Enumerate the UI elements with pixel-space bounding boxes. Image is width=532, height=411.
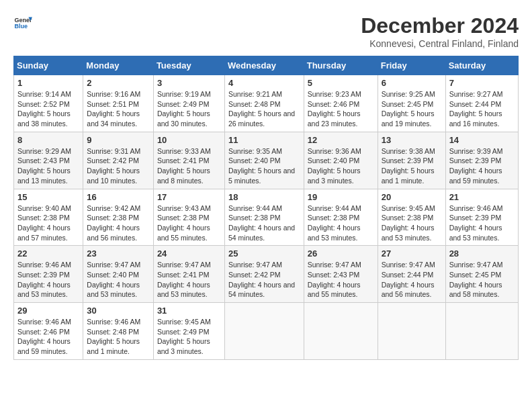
day-info: Sunrise: 9:42 AM Sunset: 2:38 PM Dayligh… bbox=[87, 203, 150, 243]
day-cell: 5 Sunrise: 9:23 AM Sunset: 2:46 PM Dayli… bbox=[304, 75, 378, 132]
day-info: Sunrise: 9:27 AM Sunset: 2:44 PM Dayligh… bbox=[449, 89, 515, 129]
day-info: Sunrise: 9:33 AM Sunset: 2:41 PM Dayligh… bbox=[157, 146, 221, 186]
day-number: 26 bbox=[308, 248, 374, 259]
week-row-2: 8 Sunrise: 9:29 AM Sunset: 2:43 PM Dayli… bbox=[14, 132, 519, 189]
day-info: Sunrise: 9:14 AM Sunset: 2:52 PM Dayligh… bbox=[17, 89, 79, 129]
calendar-body: 1 Sunrise: 9:14 AM Sunset: 2:52 PM Dayli… bbox=[14, 75, 519, 360]
day-info: Sunrise: 9:46 AM Sunset: 2:48 PM Dayligh… bbox=[87, 317, 150, 357]
day-info: Sunrise: 9:44 AM Sunset: 2:38 PM Dayligh… bbox=[228, 203, 300, 243]
week-row-1: 1 Sunrise: 9:14 AM Sunset: 2:52 PM Dayli… bbox=[14, 75, 519, 132]
day-cell: 7 Sunrise: 9:27 AM Sunset: 2:44 PM Dayli… bbox=[445, 75, 518, 132]
day-number: 10 bbox=[157, 135, 221, 145]
day-cell: 4 Sunrise: 9:21 AM Sunset: 2:48 PM Dayli… bbox=[224, 75, 304, 132]
calendar-table: SundayMondayTuesdayWednesdayThursdayFrid… bbox=[13, 56, 519, 360]
day-cell: 26 Sunrise: 9:47 AM Sunset: 2:43 PM Dayl… bbox=[304, 246, 378, 303]
day-number: 7 bbox=[449, 78, 515, 88]
day-info: Sunrise: 9:16 AM Sunset: 2:51 PM Dayligh… bbox=[87, 89, 150, 129]
day-number: 25 bbox=[228, 248, 300, 259]
day-info: Sunrise: 9:23 AM Sunset: 2:46 PM Dayligh… bbox=[308, 89, 374, 129]
week-row-5: 29 Sunrise: 9:46 AM Sunset: 2:46 PM Dayl… bbox=[14, 303, 519, 360]
day-number: 20 bbox=[382, 192, 442, 202]
week-row-4: 22 Sunrise: 9:46 AM Sunset: 2:39 PM Dayl… bbox=[14, 246, 519, 303]
day-cell: 25 Sunrise: 9:47 AM Sunset: 2:42 PM Dayl… bbox=[224, 246, 304, 303]
day-cell bbox=[445, 303, 518, 360]
day-number: 21 bbox=[449, 192, 515, 202]
day-cell: 17 Sunrise: 9:43 AM Sunset: 2:38 PM Dayl… bbox=[153, 189, 224, 246]
day-info: Sunrise: 9:25 AM Sunset: 2:45 PM Dayligh… bbox=[382, 89, 442, 129]
day-cell: 21 Sunrise: 9:46 AM Sunset: 2:39 PM Dayl… bbox=[445, 189, 518, 246]
day-number: 16 bbox=[87, 192, 150, 202]
day-header-wednesday: Wednesday bbox=[224, 56, 304, 75]
day-info: Sunrise: 9:19 AM Sunset: 2:49 PM Dayligh… bbox=[157, 89, 221, 129]
page-subtitle: Konnevesi, Central Finland, Finland bbox=[361, 38, 519, 49]
week-row-3: 15 Sunrise: 9:40 AM Sunset: 2:38 PM Dayl… bbox=[14, 189, 519, 246]
day-number: 14 bbox=[449, 135, 515, 145]
day-number: 18 bbox=[228, 192, 300, 202]
day-cell: 1 Sunrise: 9:14 AM Sunset: 2:52 PM Dayli… bbox=[14, 75, 83, 132]
day-info: Sunrise: 9:43 AM Sunset: 2:38 PM Dayligh… bbox=[157, 203, 221, 243]
day-cell: 9 Sunrise: 9:31 AM Sunset: 2:42 PM Dayli… bbox=[83, 132, 154, 189]
day-info: Sunrise: 9:46 AM Sunset: 2:39 PM Dayligh… bbox=[17, 260, 79, 300]
day-header-friday: Friday bbox=[378, 56, 445, 75]
day-header-tuesday: Tuesday bbox=[153, 56, 224, 75]
day-number: 6 bbox=[382, 78, 442, 88]
day-info: Sunrise: 9:44 AM Sunset: 2:38 PM Dayligh… bbox=[308, 203, 374, 243]
day-info: Sunrise: 9:47 AM Sunset: 2:44 PM Dayligh… bbox=[382, 260, 442, 300]
day-cell: 22 Sunrise: 9:46 AM Sunset: 2:39 PM Dayl… bbox=[14, 246, 83, 303]
day-cell: 6 Sunrise: 9:25 AM Sunset: 2:45 PM Dayli… bbox=[378, 75, 445, 132]
logo: General Blue bbox=[13, 13, 32, 32]
day-cell: 29 Sunrise: 9:46 AM Sunset: 2:46 PM Dayl… bbox=[14, 303, 83, 360]
svg-text:Blue: Blue bbox=[14, 23, 28, 30]
day-number: 15 bbox=[17, 192, 79, 202]
day-cell: 14 Sunrise: 9:39 AM Sunset: 2:39 PM Dayl… bbox=[445, 132, 518, 189]
day-cell bbox=[378, 303, 445, 360]
day-info: Sunrise: 9:39 AM Sunset: 2:39 PM Dayligh… bbox=[449, 146, 515, 186]
day-cell: 3 Sunrise: 9:19 AM Sunset: 2:49 PM Dayli… bbox=[153, 75, 224, 132]
day-number: 29 bbox=[17, 306, 79, 316]
page-title: December 2024 bbox=[361, 13, 519, 38]
day-info: Sunrise: 9:45 AM Sunset: 2:49 PM Dayligh… bbox=[157, 317, 221, 357]
day-number: 31 bbox=[157, 306, 221, 316]
page-header: General Blue December 2024 Konnevesi, Ce… bbox=[13, 13, 519, 49]
day-cell: 28 Sunrise: 9:47 AM Sunset: 2:45 PM Dayl… bbox=[445, 246, 518, 303]
day-cell bbox=[304, 303, 378, 360]
day-number: 3 bbox=[157, 78, 221, 88]
day-cell: 2 Sunrise: 9:16 AM Sunset: 2:51 PM Dayli… bbox=[83, 75, 154, 132]
day-number: 23 bbox=[87, 248, 150, 259]
day-info: Sunrise: 9:47 AM Sunset: 2:43 PM Dayligh… bbox=[308, 260, 374, 300]
day-number: 2 bbox=[87, 78, 150, 88]
day-info: Sunrise: 9:46 AM Sunset: 2:39 PM Dayligh… bbox=[449, 203, 515, 243]
day-number: 1 bbox=[17, 78, 79, 88]
day-number: 4 bbox=[228, 78, 300, 88]
day-cell: 11 Sunrise: 9:35 AM Sunset: 2:40 PM Dayl… bbox=[224, 132, 304, 189]
day-cell: 23 Sunrise: 9:47 AM Sunset: 2:40 PM Dayl… bbox=[83, 246, 154, 303]
day-cell: 30 Sunrise: 9:46 AM Sunset: 2:48 PM Dayl… bbox=[83, 303, 154, 360]
day-number: 22 bbox=[17, 248, 79, 259]
day-cell: 10 Sunrise: 9:33 AM Sunset: 2:41 PM Dayl… bbox=[153, 132, 224, 189]
day-number: 9 bbox=[87, 135, 150, 145]
day-cell: 16 Sunrise: 9:42 AM Sunset: 2:38 PM Dayl… bbox=[83, 189, 154, 246]
day-cell: 20 Sunrise: 9:45 AM Sunset: 2:38 PM Dayl… bbox=[378, 189, 445, 246]
day-info: Sunrise: 9:47 AM Sunset: 2:41 PM Dayligh… bbox=[157, 260, 221, 300]
day-header-monday: Monday bbox=[83, 56, 154, 75]
day-info: Sunrise: 9:47 AM Sunset: 2:42 PM Dayligh… bbox=[228, 260, 300, 300]
day-cell: 19 Sunrise: 9:44 AM Sunset: 2:38 PM Dayl… bbox=[304, 189, 378, 246]
day-number: 30 bbox=[87, 306, 150, 316]
day-number: 13 bbox=[382, 135, 442, 145]
day-header-thursday: Thursday bbox=[304, 56, 378, 75]
day-info: Sunrise: 9:35 AM Sunset: 2:40 PM Dayligh… bbox=[228, 146, 300, 186]
day-number: 19 bbox=[308, 192, 374, 202]
day-info: Sunrise: 9:31 AM Sunset: 2:42 PM Dayligh… bbox=[87, 146, 150, 186]
day-info: Sunrise: 9:21 AM Sunset: 2:48 PM Dayligh… bbox=[228, 89, 300, 129]
day-cell: 12 Sunrise: 9:36 AM Sunset: 2:40 PM Dayl… bbox=[304, 132, 378, 189]
day-cell: 27 Sunrise: 9:47 AM Sunset: 2:44 PM Dayl… bbox=[378, 246, 445, 303]
day-header-saturday: Saturday bbox=[445, 56, 518, 75]
day-cell: 31 Sunrise: 9:45 AM Sunset: 2:49 PM Dayl… bbox=[153, 303, 224, 360]
day-number: 27 bbox=[382, 248, 442, 259]
day-info: Sunrise: 9:47 AM Sunset: 2:40 PM Dayligh… bbox=[87, 260, 150, 300]
title-area: December 2024 Konnevesi, Central Finland… bbox=[361, 13, 519, 49]
day-number: 17 bbox=[157, 192, 221, 202]
logo-icon: General Blue bbox=[13, 13, 32, 32]
day-cell: 15 Sunrise: 9:40 AM Sunset: 2:38 PM Dayl… bbox=[14, 189, 83, 246]
day-info: Sunrise: 9:46 AM Sunset: 2:46 PM Dayligh… bbox=[17, 317, 79, 357]
